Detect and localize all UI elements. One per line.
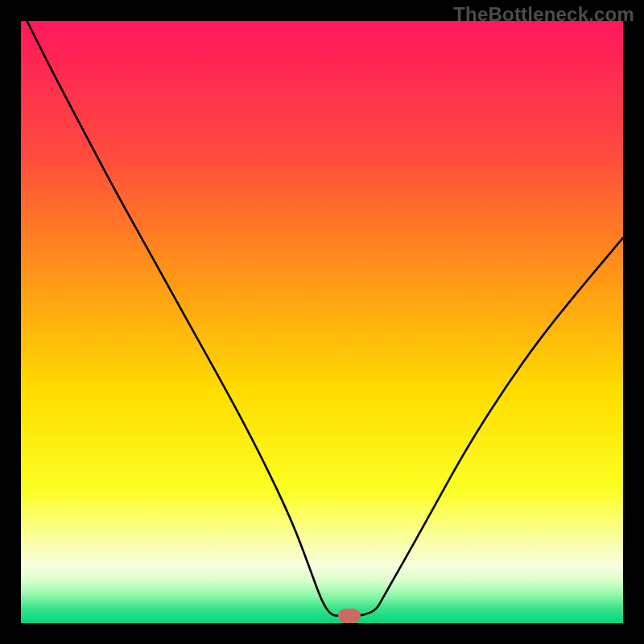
plot-area: [21, 21, 623, 623]
minimum-marker: [338, 609, 361, 623]
watermark-label: TheBottleneck.com: [453, 3, 634, 26]
gradient-background: [21, 21, 623, 623]
plot-svg: [21, 21, 623, 623]
chart-frame: TheBottleneck.com: [0, 0, 644, 644]
